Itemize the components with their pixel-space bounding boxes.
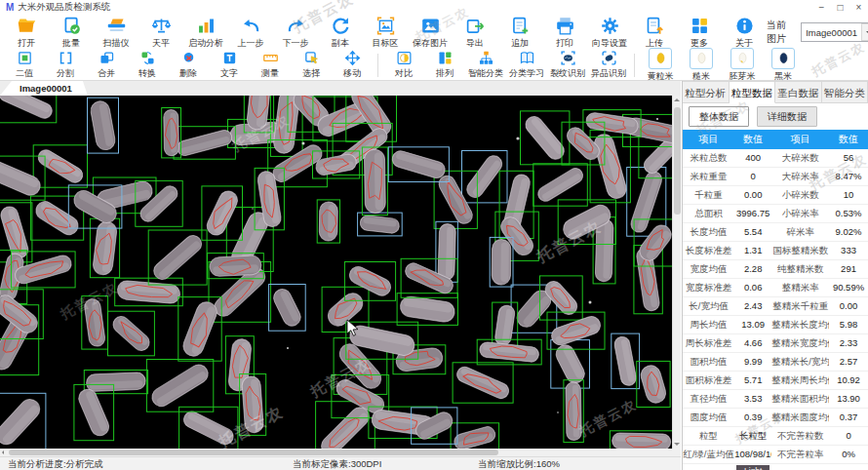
tab-shape-analysis[interactable]: 粒型分析 bbox=[683, 81, 730, 103]
analyze-icon bbox=[196, 16, 217, 36]
toolbar-button-target[interactable]: 目标区 bbox=[363, 16, 408, 50]
toolbar-button-balance[interactable]: 天平 bbox=[138, 16, 183, 50]
table-cell-value: 0.53% bbox=[829, 205, 868, 222]
table-row: 周长标准差4.66整精米宽度均值2.33 bbox=[683, 334, 868, 353]
toolbar-button-next[interactable]: 下一步 bbox=[273, 16, 318, 50]
toolbar-button-convert[interactable]: 转换 bbox=[127, 50, 168, 80]
current-image-select[interactable]: Image00001 bbox=[801, 22, 868, 42]
table-cell-value: 0 bbox=[734, 168, 771, 185]
toolbar-button-arrange[interactable]: 排列 bbox=[424, 50, 465, 80]
toolbar-button-label: 目标区 bbox=[373, 37, 399, 50]
table-cell-value: 10.92 bbox=[829, 372, 868, 389]
toolbar-button-prev[interactable]: 上一步 bbox=[228, 16, 273, 50]
table-header-row: 项目数值项目数值 bbox=[683, 130, 868, 149]
table-cell-item: 整精米长度均值 bbox=[771, 316, 829, 333]
toolbar-button-more[interactable]: 更多 bbox=[677, 16, 722, 50]
toolbar-button-open[interactable]: 打开 bbox=[4, 16, 49, 50]
table-cell-value: 9.02% bbox=[829, 223, 868, 241]
toolbar-divider bbox=[634, 54, 635, 77]
document-tab[interactable]: Image00001 bbox=[0, 81, 88, 96]
tab-smart-classify[interactable]: 智能分类 bbox=[822, 81, 868, 103]
toolbar-button-foreign[interactable]: 异品识别 bbox=[588, 50, 629, 80]
table-row: 总面积3996.75小碎米率0.53% bbox=[683, 205, 868, 223]
toolbar-button-split[interactable]: 分割 bbox=[45, 50, 86, 80]
tab-shape-data[interactable]: 粒型数据 bbox=[730, 81, 776, 103]
maximize-button[interactable]: □ bbox=[831, 0, 849, 15]
table-cell-item: 长度均值 bbox=[683, 223, 734, 241]
table-cell-item: 纯整精米数 bbox=[771, 260, 829, 278]
edit-toolbar: 二值分割合并转换删除文字测量选择移动对比排列智能分类分类学习裂纹识别异品识别黄粒… bbox=[0, 50, 868, 81]
chevron-down-icon[interactable] bbox=[861, 23, 868, 41]
horizontal-scroll-thumb[interactable] bbox=[9, 450, 498, 455]
toolbar-button-crack[interactable]: 裂纹识别 bbox=[547, 50, 588, 80]
select-icon bbox=[303, 50, 320, 66]
table-cell-item: 整精米周长均值 bbox=[771, 372, 829, 389]
refresh-icon bbox=[331, 16, 351, 36]
toolbar-button-brownrice[interactable]: 糙米 bbox=[681, 48, 722, 83]
scroll-left-arrow-icon[interactable] bbox=[2, 450, 4, 454]
toolbar-button-saveimg[interactable]: 保存图片 bbox=[408, 16, 453, 50]
brownrice-icon bbox=[694, 51, 709, 65]
toolbar-button-smartcls[interactable]: 智能分类 bbox=[465, 50, 506, 80]
vertical-scrollbar[interactable] bbox=[672, 96, 681, 449]
toolbar-button-yellowrice[interactable]: 黄粒米 bbox=[640, 48, 681, 83]
table-row: 米粒总数400大碎米数56 bbox=[683, 149, 868, 168]
toolbar-button-label: 上一步 bbox=[238, 37, 264, 50]
scroll-up-arrow-icon[interactable] bbox=[674, 98, 680, 101]
toolbar-button-print[interactable]: 打印 bbox=[542, 16, 587, 50]
rice-image-canvas[interactable] bbox=[0, 96, 672, 449]
print-icon bbox=[555, 16, 575, 36]
table-cell-value: 10 bbox=[829, 186, 868, 204]
current-image-value: Image00001 bbox=[802, 27, 861, 38]
toolbar-button-export[interactable]: 导出 bbox=[453, 16, 497, 50]
table-row: 长度均值5.54碎米率9.02% bbox=[683, 223, 868, 242]
toolbar-button-label: 裂纹识别 bbox=[550, 67, 585, 80]
toolbar-button-about[interactable]: 关于 bbox=[722, 16, 767, 50]
subtab-detailed-data[interactable]: 详细数据 bbox=[757, 106, 817, 127]
toolbar-button-batch[interactable]: 批量 bbox=[49, 16, 94, 50]
toolbar-button-gear[interactable]: 向导设置 bbox=[587, 16, 632, 50]
table-cell-item: 宽度标准差 bbox=[683, 279, 734, 296]
table-row: 直径均值3.53整精米面积均值13.90 bbox=[683, 390, 868, 409]
table-cell-value: 4.66 bbox=[734, 334, 771, 352]
window-title: 大米外观品质检测系统 bbox=[18, 1, 110, 14]
table-cell-item: 长/宽均值 bbox=[683, 297, 734, 315]
scroll-down-arrow-icon[interactable] bbox=[674, 443, 680, 446]
window-controls: − □ × bbox=[812, 0, 868, 15]
tab-chalkiness-data[interactable]: 垩白数据 bbox=[775, 81, 822, 103]
toolbar-button-text[interactable]: 文字 bbox=[209, 50, 250, 80]
vertical-scroll-thumb[interactable] bbox=[674, 107, 681, 215]
icon-frame bbox=[649, 48, 672, 69]
contrast-icon bbox=[396, 50, 413, 66]
append-icon bbox=[510, 16, 531, 36]
toolbar-button-refresh[interactable]: 副本 bbox=[318, 16, 363, 50]
table-row: 米粒重量0大碎米率8.47% bbox=[683, 168, 868, 186]
table-row: 千粒重0.00小碎米数10 bbox=[683, 186, 868, 205]
toolbar-button-blackrice[interactable]: 黑米 bbox=[763, 48, 804, 83]
toolbar-button-germrice[interactable]: 胚芽米 bbox=[722, 48, 763, 83]
toolbar-button-move[interactable]: 移动 bbox=[332, 50, 373, 80]
toolbar-button-label: 追加 bbox=[511, 37, 529, 50]
toolbar-button-analyze[interactable]: 启动分析 bbox=[183, 16, 228, 50]
table-cell-item: 整精米宽度均值 bbox=[771, 334, 829, 352]
toolbar-button-scanner[interactable]: 扫描仪 bbox=[94, 16, 138, 50]
toolbar-button-upload[interactable]: 上传 bbox=[632, 16, 677, 50]
table-cell-item: 碎米率 bbox=[771, 223, 829, 241]
horizontal-scrollbar[interactable] bbox=[0, 449, 681, 456]
table-cell-value: 2.33 bbox=[829, 334, 868, 352]
toolbar-button-binary[interactable]: 二值 bbox=[4, 50, 45, 80]
toolbar-button-merge[interactable]: 合并 bbox=[86, 50, 127, 80]
toolbar-button-label: 批量 bbox=[62, 37, 80, 50]
toolbar-button-contrast[interactable]: 对比 bbox=[383, 50, 424, 80]
toolbar-button-learn[interactable]: 分类学习 bbox=[506, 50, 547, 80]
minimize-button[interactable]: − bbox=[812, 0, 831, 15]
toolbar-button-label: 打印 bbox=[556, 37, 573, 50]
toolbar-button-label: 合并 bbox=[98, 67, 115, 80]
toolbar-button-append[interactable]: 追加 bbox=[497, 16, 542, 50]
toolbar-button-measure[interactable]: 测量 bbox=[250, 50, 291, 80]
toolbar-button-del[interactable]: 删除 bbox=[168, 50, 209, 80]
toolbar-button-select[interactable]: 选择 bbox=[291, 50, 332, 80]
close-button[interactable]: × bbox=[849, 0, 868, 15]
subtab-overall-data[interactable]: 整体数据 bbox=[689, 106, 749, 127]
table-cell-item: 整精米长/宽均值 bbox=[771, 353, 829, 371]
